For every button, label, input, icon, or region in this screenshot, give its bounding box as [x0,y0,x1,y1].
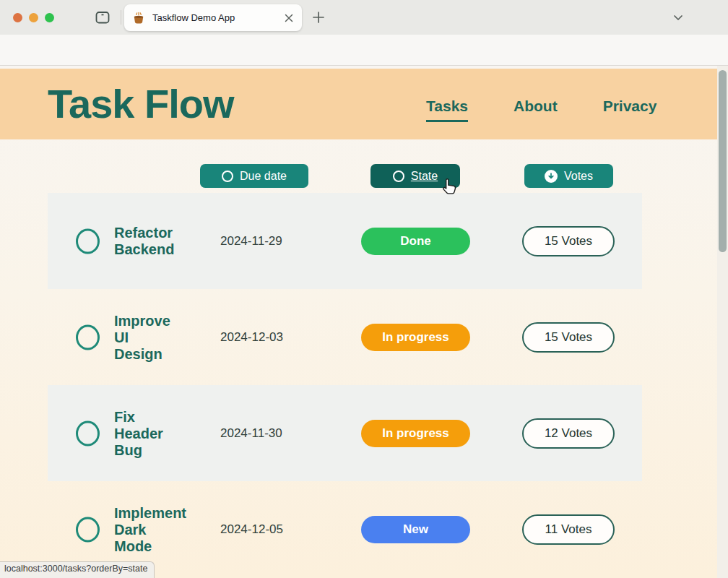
browser-tab[interactable]: Taskflow Demo App [124,4,302,31]
new-tab-button[interactable] [311,9,326,25]
task-state-badge[interactable]: In progress [361,420,470,447]
scrollbar-track[interactable] [717,66,728,578]
task-votes-button[interactable]: 15 Votes [522,322,615,353]
window-close-button[interactable] [13,13,22,22]
task-title: Fix Header Bug [114,408,170,458]
task-due-date: 2024-11-30 [220,426,282,441]
site-nav: Tasks About Privacy [426,98,656,122]
sort-button-label: Votes [564,170,593,183]
tab-bar: Taskflow Demo App [0,0,728,35]
site-header: Task Flow Tasks About Privacy [0,69,728,139]
browser-toolbar: localhost:3000/tasks?orderBy=votes A G ]… [0,35,728,66]
task-state-badge[interactable]: New [361,516,470,543]
link-preview-statusbar: localhost:3000/tasks?orderBy=state [0,561,155,578]
circle-outline-icon [393,171,404,182]
task-row: Improve UI Design 2024-12-03 In progress… [48,289,642,385]
nav-item-about[interactable]: About [514,98,558,122]
task-checkbox[interactable] [76,420,100,446]
task-due-date: 2024-11-29 [220,234,282,249]
tab-separator [121,10,121,25]
arrow-down-circle-icon [545,170,558,183]
sort-button-label: State [411,170,438,183]
task-checkbox[interactable] [76,324,100,350]
task-due-date: 2024-12-03 [220,330,283,345]
tab-close-icon[interactable] [283,12,295,24]
task-title: Refactor Backend [114,225,170,258]
task-row: Fix Header Bug 2024-11-30 In progress 12… [48,385,642,481]
task-votes-button[interactable]: 12 Votes [522,418,615,449]
page-content: Task Flow Tasks About Privacy Due date S… [0,66,728,578]
task-row: Refactor Backend 2024-11-29 Done 15 Vote… [48,193,642,289]
window-zoom-button[interactable] [45,13,54,22]
task-state-badge[interactable]: Done [361,228,470,255]
window-minimize-button[interactable] [29,13,38,22]
sort-votes-button[interactable]: Votes [524,164,613,188]
task-state-badge[interactable]: In progress [361,324,470,351]
task-checkbox[interactable] [76,517,100,542]
circle-outline-icon [222,171,233,182]
site-title: Task Flow [48,80,234,127]
task-votes-button[interactable]: 11 Votes [522,514,615,545]
sort-due-date-button[interactable]: Due date [200,164,308,188]
sort-state-button[interactable]: State [370,164,460,188]
site-favicon-icon [131,11,146,25]
sort-button-label: Due date [240,170,287,183]
browser-window: Taskflow Demo App l [0,0,728,578]
task-list: Refactor Backend 2024-11-29 Done 15 Vote… [48,193,642,577]
tab-list-chevron-icon[interactable] [670,9,686,25]
task-title: Improve UI Design [114,312,170,362]
task-title: Implement Dark Mode [114,504,170,554]
window-controls [13,13,54,22]
firefox-view-icon[interactable] [94,9,111,26]
task-due-date: 2024-12-05 [220,522,283,537]
task-votes-button[interactable]: 15 Votes [522,226,615,256]
nav-item-privacy[interactable]: Privacy [603,98,657,122]
nav-item-tasks[interactable]: Tasks [426,98,468,122]
scrollbar-thumb[interactable] [719,70,727,252]
task-checkbox[interactable] [76,228,100,254]
tab-title: Taskflow Demo App [152,12,283,23]
